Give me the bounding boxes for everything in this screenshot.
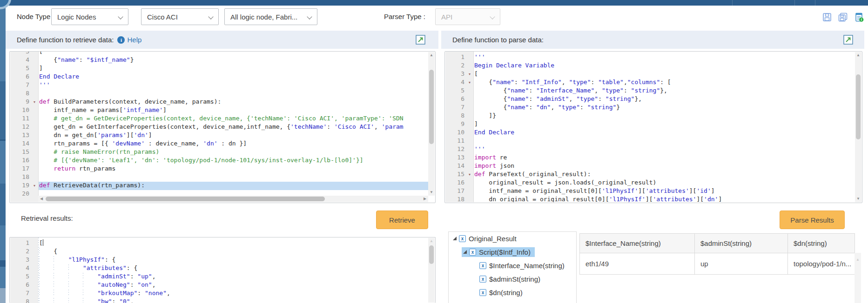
tree-expand-icon[interactable] <box>463 250 467 254</box>
code-line[interactable]: 4▾ {"name": "Intf_Info", "type": "table"… <box>445 79 861 87</box>
fold-marker <box>31 148 38 157</box>
save-icon[interactable] <box>822 12 832 22</box>
parse-editor-vscrollbar[interactable]: ▲ ▼ <box>855 52 861 202</box>
line-number: 6 <box>10 73 31 81</box>
fold-marker[interactable]: ▾ <box>31 182 38 190</box>
save-as-icon[interactable] <box>838 12 848 22</box>
table-row[interactable]: eth1/49uptopology/pod-1/n... <box>580 253 855 275</box>
tree-node--interface-name-string-[interactable]: x$Interface_Name(string) <box>449 259 576 272</box>
code-line[interactable]: 15 # raise NameError(rtn_params) <box>10 148 435 157</box>
code-line[interactable]: 13import re <box>445 154 861 162</box>
tree-node--dn-string-[interactable]: x$dn(string) <box>449 286 576 299</box>
code-line[interactable]: 2 { <box>10 248 435 256</box>
node-type-label: Node Type : <box>17 8 54 25</box>
code-line[interactable]: 8 <box>10 90 435 98</box>
code-line[interactable]: 18 <box>10 173 435 182</box>
top-bar-divider <box>815 0 815 6</box>
code-line[interactable]: 17 intf_name = original_result[0]['l1Phy… <box>445 187 861 196</box>
node-type-value: Logic Nodes <box>57 13 96 21</box>
help-link[interactable]: Help <box>127 36 141 44</box>
table-cell: topology/pod-1/n... <box>788 253 855 275</box>
code-line[interactable]: 5] <box>10 65 435 73</box>
code-line[interactable]: 3[ <box>10 52 435 56</box>
code-line[interactable]: 3▾[ <box>445 70 861 79</box>
code-line[interactable]: 5 "adminSt": "up", <box>10 273 435 281</box>
fold-marker <box>31 165 38 173</box>
parse-panel-title: Define function to parse data: <box>452 36 544 44</box>
fold-marker <box>466 162 473 171</box>
code-line[interactable]: 7''' <box>10 81 435 90</box>
code-line[interactable]: 4 "attributes": { <box>10 264 435 273</box>
code-line[interactable]: 6End Declare <box>10 73 435 81</box>
code-line[interactable]: 19▾def RetrieveData(rtn_params): <box>10 182 435 190</box>
code-line[interactable]: 15▾def ParseText(_original_result): <box>445 171 861 179</box>
fold-marker <box>466 95 473 104</box>
code-line[interactable]: 8 "bw": "0", <box>10 298 435 303</box>
report-info-icon[interactable] <box>854 12 864 22</box>
fold-marker[interactable]: ▾ <box>466 171 473 179</box>
code-line[interactable]: 6 {"name": "adminSt", "type": "string"}, <box>445 95 861 104</box>
tree-node--adminst-string-[interactable]: x$adminSt(string) <box>449 272 576 286</box>
code-line[interactable]: 1''' <box>445 53 861 62</box>
code-line[interactable]: 2Begin Declare Variable <box>445 62 861 70</box>
code-line[interactable]: 3 "l1PhysIf": { <box>10 256 435 264</box>
scope-dropdown[interactable]: All logic node, Fabri... <box>224 8 317 25</box>
parser-editor-window: Node Type : Logic Nodes Cisco ACI All lo… <box>0 0 868 303</box>
node-type-dropdown[interactable]: Logic Nodes <box>51 8 128 25</box>
fold-marker <box>31 298 38 303</box>
fold-marker <box>31 90 38 98</box>
fold-marker[interactable]: ▾ <box>466 79 473 87</box>
code-line[interactable]: 10 intf_name = params['intf_name'] <box>10 106 435 115</box>
parsed-variable-tree: xOriginal_ResultxScript($Intf_Info)x$Int… <box>448 231 577 303</box>
retrieval-results-editor[interactable]: 1[2 {3 "l1PhysIf": {4 "attributes": {5 "… <box>9 237 436 303</box>
line-number: 4 <box>445 79 466 87</box>
line-number: 7 <box>10 290 31 298</box>
retrieve-editor-vscrollbar[interactable]: ▲ ▼ <box>428 52 435 196</box>
results-editor-vscrollbar[interactable]: ▲ <box>428 238 435 303</box>
parse-code-editor[interactable]: 1'''2Begin Declare Variable3▾[4▾ {"name"… <box>444 51 862 203</box>
code-line[interactable]: 10End Declare <box>445 129 861 137</box>
fold-marker <box>31 190 38 198</box>
code-line[interactable]: 16 original_result = json.loads(_origina… <box>445 179 861 187</box>
parse-panel-header: Define function to parse data: <box>441 31 864 49</box>
fold-marker[interactable]: ▾ <box>31 98 38 106</box>
code-line[interactable]: 7 "brkoutMap": "none", <box>10 290 435 298</box>
code-line[interactable]: 14 rtn_params = [{ 'devName' : device_na… <box>10 140 435 148</box>
retrieve-button[interactable]: Retrieve <box>376 211 428 229</box>
line-number: 4 <box>10 56 31 65</box>
tree-expand-icon[interactable] <box>453 237 457 240</box>
fold-marker[interactable]: ▾ <box>466 70 473 79</box>
code-line[interactable]: 7 {"name": "dn", "type": "string"} <box>445 104 861 112</box>
expand-retrieve-editor-icon[interactable] <box>416 35 425 45</box>
code-line[interactable]: 11 <box>445 137 861 145</box>
code-line[interactable]: 13 dn = get_dn['params']['dn'] <box>10 132 435 140</box>
fold-marker <box>31 56 38 65</box>
technology-dropdown[interactable]: Cisco ACI <box>141 8 219 25</box>
code-line[interactable]: 12''' <box>445 145 861 154</box>
code-line[interactable]: 6 "autoNeg": "on", <box>10 281 435 290</box>
expand-parse-editor-icon[interactable] <box>843 35 853 45</box>
parser-type-dropdown[interactable]: API <box>435 8 500 25</box>
code-line[interactable]: 5 {"name": "Interface_Name", "type": "st… <box>445 87 861 95</box>
table-vscrollbar[interactable]: ▲ <box>855 253 861 303</box>
fold-marker <box>31 239 38 248</box>
parse-results-button[interactable]: Parse Results <box>780 211 845 229</box>
code-line[interactable]: 18 dn_original = original_result[0]['l1P… <box>445 196 861 202</box>
code-line[interactable]: 17 return rtn_params <box>10 165 435 173</box>
code-line[interactable]: 11 # get_dn = GetDeviceProperties(contex… <box>10 115 435 123</box>
retrieve-editor-hscrollbar[interactable]: ◀ ▶ <box>38 196 428 202</box>
code-line[interactable]: 1[ <box>10 239 435 248</box>
tree-node-script-intf-info-[interactable]: xScript($Intf_Info) <box>449 245 576 259</box>
retrieve-code-editor[interactable]: 3[4 {"name": "$intf_name"}5]6End Declare… <box>9 51 436 203</box>
code-line[interactable]: 8 ]} <box>445 112 861 120</box>
chevron-down-icon <box>490 14 495 19</box>
line-number: 12 <box>445 145 466 154</box>
code-line[interactable]: 9] <box>445 120 861 129</box>
code-line[interactable]: 4 {"name": "$intf_name"} <box>10 56 435 65</box>
code-line[interactable]: 9▾def BuildParameters(context, device_na… <box>10 98 435 106</box>
tree-node-original-result[interactable]: xOriginal_Result <box>449 232 576 245</box>
code-line[interactable]: 14import json <box>445 162 861 171</box>
code-line[interactable]: 16 # [{'devName': 'Leaf1', 'dn': 'topolo… <box>10 157 435 165</box>
line-number: 20 <box>10 190 31 198</box>
code-line[interactable]: 12 get_dn = GetInterfaceProperties(conte… <box>10 123 435 132</box>
